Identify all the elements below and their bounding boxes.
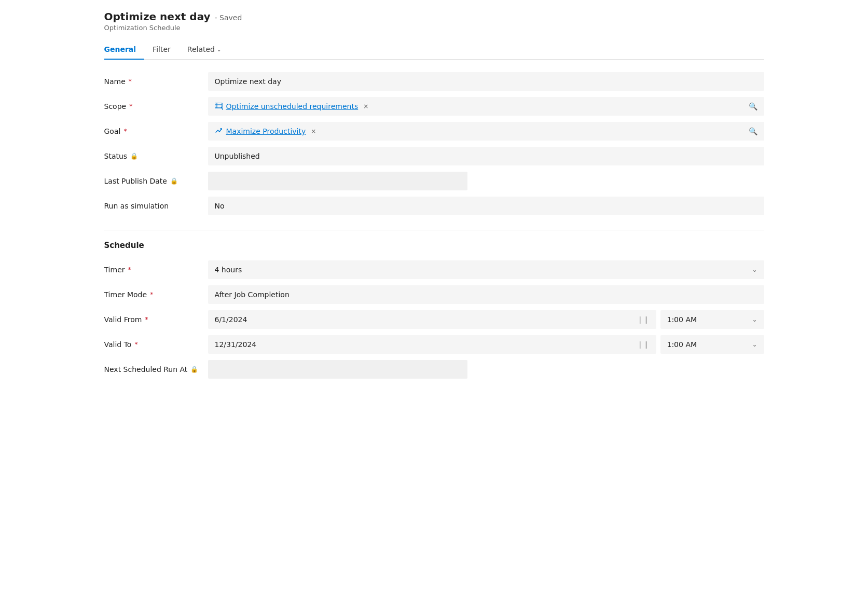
page-title: Optimize next day	[104, 10, 211, 23]
last-publish-date-field	[208, 172, 467, 190]
tab-filter[interactable]: Filter	[144, 40, 179, 60]
timer-field[interactable]: 4 hours ⌄	[208, 260, 764, 279]
page-header: Optimize next day - Saved Optimization S…	[104, 10, 764, 32]
valid-to-required: *	[134, 341, 137, 348]
goal-record-icon	[215, 127, 223, 136]
next-scheduled-run-label: Next Scheduled Run At 🔒	[104, 365, 208, 373]
next-scheduled-run-row: Next Scheduled Run At 🔒	[104, 358, 764, 381]
tab-bar: General Filter Related ⌄	[104, 40, 764, 60]
run-simulation-row: Run as simulation No	[104, 195, 764, 217]
run-simulation-field[interactable]: No	[208, 197, 764, 215]
scope-label: Scope *	[104, 102, 208, 110]
valid-from-date-field[interactable]: 6/1/2024 ❘❘	[208, 310, 656, 329]
scope-search-icon[interactable]: 🔍	[749, 102, 757, 110]
status-field: Unpublished	[208, 147, 764, 165]
goal-row: Goal * Maximize Productivity × 🔍	[104, 120, 764, 143]
goal-link[interactable]: Maximize Productivity	[226, 127, 306, 135]
timer-dropdown-arrow-icon: ⌄	[752, 266, 757, 273]
next-scheduled-lock-icon: 🔒	[190, 366, 198, 373]
scope-field-content: Optimize unscheduled requirements ×	[215, 102, 749, 110]
timer-mode-label: Timer Mode *	[104, 290, 208, 299]
schedule-section-title: Schedule	[104, 241, 764, 250]
valid-to-row: Valid To * 12/31/2024 ❘❘ 1:00 AM ⌄	[104, 333, 764, 356]
status-label: Status 🔒	[104, 152, 208, 160]
scope-required: *	[129, 103, 132, 110]
tab-general[interactable]: General	[104, 40, 145, 60]
tab-related[interactable]: Related ⌄	[179, 40, 230, 60]
last-publish-date-label: Last Publish Date 🔒	[104, 177, 208, 185]
valid-to-time-dropdown-icon: ⌄	[752, 341, 757, 348]
goal-required: *	[123, 128, 127, 135]
valid-from-time-field[interactable]: 1:00 AM ⌄	[660, 310, 764, 329]
timer-mode-required: *	[150, 291, 153, 298]
page-subtitle: Optimization Schedule	[104, 24, 764, 32]
general-section: Name * Optimize next day Scope *	[104, 60, 764, 230]
name-required: *	[129, 78, 132, 85]
goal-remove-icon[interactable]: ×	[311, 128, 316, 135]
scope-link[interactable]: Optimize unscheduled requirements	[226, 102, 359, 110]
valid-to-datetime: 12/31/2024 ❘❘ 1:00 AM ⌄	[208, 335, 764, 354]
valid-to-label: Valid To *	[104, 340, 208, 349]
valid-from-row: Valid From * 6/1/2024 ❘❘ 1:00 AM ⌄	[104, 308, 764, 331]
status-row: Status 🔒 Unpublished	[104, 145, 764, 168]
run-simulation-label: Run as simulation	[104, 202, 208, 210]
goal-label: Goal *	[104, 127, 208, 135]
name-field[interactable]: Optimize next day	[208, 72, 764, 91]
valid-to-date-field[interactable]: 12/31/2024 ❘❘	[208, 335, 656, 354]
schedule-section: Schedule Timer * 4 hours ⌄ Timer Mode * …	[104, 230, 764, 393]
scope-record-icon	[215, 103, 223, 110]
next-scheduled-run-field	[208, 360, 467, 379]
status-lock-icon: 🔒	[130, 152, 138, 160]
timer-mode-field[interactable]: After Job Completion	[208, 285, 764, 304]
valid-from-datetime: 6/1/2024 ❘❘ 1:00 AM ⌄	[208, 310, 764, 329]
valid-from-calendar-icon[interactable]: ❘❘	[637, 315, 649, 324]
last-publish-date-row: Last Publish Date 🔒	[104, 170, 764, 192]
scope-remove-icon[interactable]: ×	[363, 103, 368, 110]
name-label: Name *	[104, 77, 208, 86]
timer-label: Timer *	[104, 266, 208, 274]
valid-from-required: *	[145, 316, 148, 323]
scope-field[interactable]: Optimize unscheduled requirements × 🔍	[208, 97, 764, 116]
valid-to-time-field[interactable]: 1:00 AM ⌄	[660, 335, 764, 354]
valid-from-label: Valid From *	[104, 315, 208, 324]
scope-row: Scope * Optimize unscheduled requirement…	[104, 95, 764, 118]
related-chevron-icon: ⌄	[217, 47, 221, 52]
valid-to-calendar-icon[interactable]: ❘❘	[637, 340, 649, 349]
goal-field[interactable]: Maximize Productivity × 🔍	[208, 122, 764, 141]
goal-search-icon[interactable]: 🔍	[749, 127, 757, 135]
timer-required: *	[128, 266, 131, 273]
valid-from-time-dropdown-icon: ⌄	[752, 316, 757, 323]
last-publish-lock-icon: 🔒	[170, 177, 178, 185]
goal-field-content: Maximize Productivity ×	[215, 127, 749, 136]
name-row: Name * Optimize next day	[104, 70, 764, 93]
saved-badge: - Saved	[215, 13, 242, 22]
timer-row: Timer * 4 hours ⌄	[104, 258, 764, 281]
timer-mode-row: Timer Mode * After Job Completion	[104, 283, 764, 306]
